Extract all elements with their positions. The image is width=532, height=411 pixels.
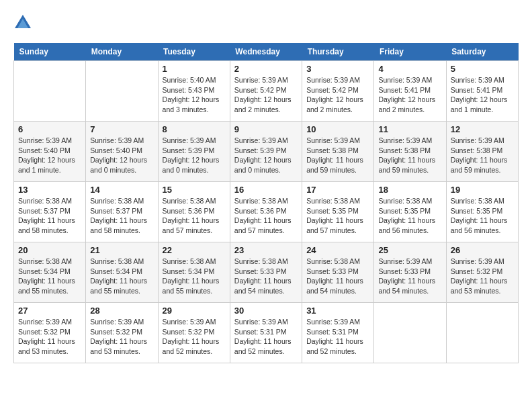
day-info: Sunrise: 5:39 AMSunset: 5:42 PMDaylight:… <box>234 75 298 115</box>
calendar-week-3: 13Sunrise: 5:38 AMSunset: 5:37 PMDayligh… <box>14 182 519 242</box>
day-info: Sunrise: 5:38 AMSunset: 5:36 PMDaylight:… <box>234 196 298 236</box>
day-number: 13 <box>18 185 81 195</box>
calendar-header-tuesday: Tuesday <box>158 43 230 61</box>
calendar-cell: 13Sunrise: 5:38 AMSunset: 5:37 PMDayligh… <box>14 182 86 242</box>
day-info: Sunrise: 5:39 AMSunset: 5:31 PMDaylight:… <box>234 317 298 357</box>
calendar-cell: 22Sunrise: 5:38 AMSunset: 5:34 PMDayligh… <box>158 242 230 303</box>
day-info: Sunrise: 5:38 AMSunset: 5:37 PMDaylight:… <box>90 196 153 236</box>
day-info: Sunrise: 5:38 AMSunset: 5:33 PMDaylight:… <box>306 257 369 296</box>
calendar-week-2: 6Sunrise: 5:39 AMSunset: 5:40 PMDaylight… <box>14 122 519 182</box>
day-info: Sunrise: 5:39 AMSunset: 5:32 PMDaylight:… <box>90 317 153 357</box>
calendar-cell: 8Sunrise: 5:39 AMSunset: 5:39 PMDaylight… <box>158 122 230 182</box>
calendar-cell <box>14 61 86 122</box>
calendar-week-1: 1Sunrise: 5:40 AMSunset: 5:43 PMDaylight… <box>14 61 519 122</box>
day-number: 4 <box>378 64 441 74</box>
calendar-cell: 27Sunrise: 5:39 AMSunset: 5:32 PMDayligh… <box>14 303 86 363</box>
calendar-header-saturday: Saturday <box>446 43 518 61</box>
day-info: Sunrise: 5:39 AMSunset: 5:39 PMDaylight:… <box>234 136 298 175</box>
calendar-cell: 30Sunrise: 5:39 AMSunset: 5:31 PMDayligh… <box>230 303 302 363</box>
calendar-cell: 5Sunrise: 5:39 AMSunset: 5:41 PMDaylight… <box>446 61 518 122</box>
calendar-cell: 26Sunrise: 5:39 AMSunset: 5:32 PMDayligh… <box>446 242 518 303</box>
day-number: 22 <box>163 245 226 255</box>
calendar-cell: 11Sunrise: 5:39 AMSunset: 5:38 PMDayligh… <box>374 122 446 182</box>
day-number: 30 <box>234 306 298 316</box>
day-info: Sunrise: 5:39 AMSunset: 5:41 PMDaylight:… <box>451 75 514 115</box>
day-info: Sunrise: 5:39 AMSunset: 5:38 PMDaylight:… <box>306 136 369 175</box>
day-info: Sunrise: 5:39 AMSunset: 5:39 PMDaylight:… <box>163 136 226 175</box>
calendar-week-4: 20Sunrise: 5:38 AMSunset: 5:34 PMDayligh… <box>14 242 519 303</box>
day-info: Sunrise: 5:38 AMSunset: 5:33 PMDaylight:… <box>234 257 298 296</box>
day-number: 19 <box>451 185 514 195</box>
day-number: 26 <box>451 245 514 255</box>
day-number: 7 <box>90 124 153 134</box>
calendar-cell: 31Sunrise: 5:39 AMSunset: 5:31 PMDayligh… <box>302 303 374 363</box>
day-number: 25 <box>378 245 441 255</box>
calendar-header-monday: Monday <box>86 43 158 61</box>
page-header <box>13 13 519 32</box>
day-info: Sunrise: 5:38 AMSunset: 5:34 PMDaylight:… <box>90 257 153 296</box>
day-number: 14 <box>90 185 153 195</box>
day-number: 9 <box>234 124 298 134</box>
day-number: 6 <box>18 124 81 134</box>
calendar-cell: 7Sunrise: 5:39 AMSunset: 5:40 PMDaylight… <box>86 122 158 182</box>
logo <box>13 13 35 32</box>
day-info: Sunrise: 5:39 AMSunset: 5:42 PMDaylight:… <box>306 75 369 115</box>
calendar-week-5: 27Sunrise: 5:39 AMSunset: 5:32 PMDayligh… <box>14 303 519 363</box>
day-number: 1 <box>163 64 226 74</box>
calendar-cell: 21Sunrise: 5:38 AMSunset: 5:34 PMDayligh… <box>86 242 158 303</box>
calendar-cell: 20Sunrise: 5:38 AMSunset: 5:34 PMDayligh… <box>14 242 86 303</box>
day-info: Sunrise: 5:38 AMSunset: 5:36 PMDaylight:… <box>163 196 226 236</box>
day-number: 3 <box>306 64 369 74</box>
day-info: Sunrise: 5:40 AMSunset: 5:43 PMDaylight:… <box>163 75 226 115</box>
calendar-cell: 14Sunrise: 5:38 AMSunset: 5:37 PMDayligh… <box>86 182 158 242</box>
day-info: Sunrise: 5:39 AMSunset: 5:32 PMDaylight:… <box>451 257 514 296</box>
calendar-cell: 15Sunrise: 5:38 AMSunset: 5:36 PMDayligh… <box>158 182 230 242</box>
day-info: Sunrise: 5:39 AMSunset: 5:31 PMDaylight:… <box>306 317 369 357</box>
calendar-cell: 17Sunrise: 5:38 AMSunset: 5:35 PMDayligh… <box>302 182 374 242</box>
calendar-header-row: SundayMondayTuesdayWednesdayThursdayFrid… <box>14 43 519 61</box>
calendar-header-wednesday: Wednesday <box>230 43 302 61</box>
day-info: Sunrise: 5:38 AMSunset: 5:35 PMDaylight:… <box>451 196 514 236</box>
day-number: 16 <box>234 185 298 195</box>
day-number: 24 <box>306 245 369 255</box>
calendar-cell: 4Sunrise: 5:39 AMSunset: 5:41 PMDaylight… <box>374 61 446 122</box>
calendar-cell <box>374 303 446 363</box>
calendar-cell: 23Sunrise: 5:38 AMSunset: 5:33 PMDayligh… <box>230 242 302 303</box>
calendar-table: SundayMondayTuesdayWednesdayThursdayFrid… <box>13 43 519 363</box>
day-number: 8 <box>163 124 226 134</box>
calendar-cell <box>86 61 158 122</box>
calendar-cell: 9Sunrise: 5:39 AMSunset: 5:39 PMDaylight… <box>230 122 302 182</box>
logo-icon <box>13 13 32 32</box>
calendar-cell: 2Sunrise: 5:39 AMSunset: 5:42 PMDaylight… <box>230 61 302 122</box>
day-info: Sunrise: 5:38 AMSunset: 5:34 PMDaylight:… <box>163 257 226 296</box>
day-number: 10 <box>306 124 369 134</box>
calendar-cell <box>446 303 518 363</box>
calendar-cell: 10Sunrise: 5:39 AMSunset: 5:38 PMDayligh… <box>302 122 374 182</box>
calendar-cell: 29Sunrise: 5:39 AMSunset: 5:32 PMDayligh… <box>158 303 230 363</box>
calendar-header-sunday: Sunday <box>14 43 86 61</box>
calendar-cell: 6Sunrise: 5:39 AMSunset: 5:40 PMDaylight… <box>14 122 86 182</box>
day-number: 2 <box>234 64 298 74</box>
day-info: Sunrise: 5:38 AMSunset: 5:37 PMDaylight:… <box>18 196 81 236</box>
day-info: Sunrise: 5:39 AMSunset: 5:38 PMDaylight:… <box>378 136 441 175</box>
calendar-cell: 1Sunrise: 5:40 AMSunset: 5:43 PMDaylight… <box>158 61 230 122</box>
day-info: Sunrise: 5:39 AMSunset: 5:41 PMDaylight:… <box>378 75 441 115</box>
day-info: Sunrise: 5:39 AMSunset: 5:40 PMDaylight:… <box>18 136 81 175</box>
day-info: Sunrise: 5:39 AMSunset: 5:38 PMDaylight:… <box>451 136 514 175</box>
day-info: Sunrise: 5:39 AMSunset: 5:33 PMDaylight:… <box>378 257 441 296</box>
calendar-cell: 24Sunrise: 5:38 AMSunset: 5:33 PMDayligh… <box>302 242 374 303</box>
day-number: 5 <box>451 64 514 74</box>
day-number: 27 <box>18 306 81 316</box>
day-info: Sunrise: 5:38 AMSunset: 5:34 PMDaylight:… <box>18 257 81 296</box>
day-number: 15 <box>163 185 226 195</box>
day-info: Sunrise: 5:39 AMSunset: 5:32 PMDaylight:… <box>18 317 81 357</box>
calendar-header-friday: Friday <box>374 43 446 61</box>
day-info: Sunrise: 5:39 AMSunset: 5:32 PMDaylight:… <box>163 317 226 357</box>
day-number: 17 <box>306 185 369 195</box>
day-number: 31 <box>306 306 369 316</box>
day-number: 29 <box>163 306 226 316</box>
day-number: 23 <box>234 245 298 255</box>
calendar-cell: 28Sunrise: 5:39 AMSunset: 5:32 PMDayligh… <box>86 303 158 363</box>
calendar-cell: 3Sunrise: 5:39 AMSunset: 5:42 PMDaylight… <box>302 61 374 122</box>
calendar-cell: 18Sunrise: 5:38 AMSunset: 5:35 PMDayligh… <box>374 182 446 242</box>
